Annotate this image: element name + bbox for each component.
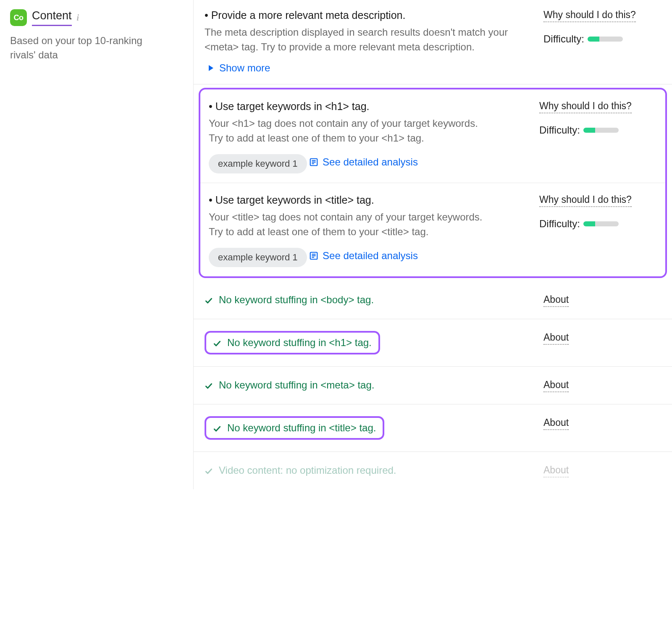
about-link[interactable]: About (543, 465, 569, 478)
about-link[interactable]: About (543, 379, 569, 392)
difficulty-meter (583, 221, 619, 226)
see-detailed-analysis-link[interactable]: See detailed analysis (309, 250, 418, 262)
ok-label: No keyword stuffing in <meta> tag. (219, 379, 374, 391)
issue-description: The meta description displayed in search… (205, 25, 533, 55)
difficulty-label: Difficulty: (539, 124, 580, 136)
check-icon (205, 466, 213, 475)
check-icon (213, 424, 221, 432)
show-more-button[interactable]: Show more (209, 62, 270, 74)
issue-row: • Use target keywords in <h1> tag. Your … (200, 89, 665, 183)
section-header: Co Content i (10, 9, 183, 26)
about-link[interactable]: About (543, 332, 569, 345)
chevron-right-icon (209, 65, 213, 71)
ok-row: No keyword stuffing in <title> tag. Abou… (194, 404, 672, 452)
issue-description: Your <title> tag does not contain any of… (209, 210, 529, 239)
ok-title: No keyword stuffing in <body> tag. (205, 294, 374, 306)
section-subtitle: Based on your top 10-ranking rivals' dat… (10, 34, 161, 62)
why-link[interactable]: Why should I do this? (543, 9, 636, 22)
ok-label: No keyword stuffing in <body> tag. (219, 294, 374, 306)
difficulty-meter (588, 37, 623, 42)
why-link[interactable]: Why should I do this? (539, 100, 632, 113)
difficulty-label: Difficulty: (539, 218, 580, 230)
issue-title: • Use target keywords in <h1> tag. (209, 99, 529, 114)
check-icon (213, 339, 221, 347)
ok-label: Video content: no optimization required. (219, 465, 396, 476)
analysis-icon (309, 251, 318, 260)
difficulty-row: Difficulty: (543, 33, 661, 45)
ok-label: No keyword stuffing in <h1> tag. (227, 337, 372, 349)
content-badge-icon: Co (10, 9, 27, 26)
check-icon (205, 296, 213, 304)
see-detailed-label: See detailed analysis (323, 156, 418, 168)
ok-title: No keyword stuffing in <meta> tag. (205, 379, 374, 391)
ok-title: No keyword stuffing in <h1> tag. (213, 337, 372, 349)
section-title: Content (32, 9, 72, 26)
see-detailed-analysis-link[interactable]: See detailed analysis (309, 156, 418, 168)
highlight-box: • Use target keywords in <h1> tag. Your … (199, 88, 667, 278)
ok-title: Video content: no optimization required. (205, 465, 396, 476)
difficulty-meter (583, 128, 619, 133)
about-link[interactable]: About (543, 417, 569, 430)
sidebar: Co Content i Based on your top 10-rankin… (0, 0, 193, 71)
about-link[interactable]: About (543, 294, 569, 307)
keyword-chip[interactable]: example keyword 1 (209, 154, 307, 173)
difficulty-row: Difficulty: (539, 124, 657, 136)
difficulty-row: Difficulty: (539, 218, 657, 230)
issue-description: Your <h1> tag does not contain any of yo… (209, 116, 529, 146)
issue-title: • Use target keywords in <title> tag. (209, 192, 529, 207)
ok-label: No keyword stuffing in <title> tag. (227, 422, 376, 434)
issue-title: • Provide a more relevant meta descripti… (205, 8, 533, 23)
see-detailed-label: See detailed analysis (323, 250, 418, 262)
ok-row: No keyword stuffing in <h1> tag. About (194, 319, 672, 367)
issue-row: • Use target keywords in <title> tag. Yo… (200, 183, 665, 276)
info-icon[interactable]: i (77, 13, 79, 23)
keyword-chip[interactable]: example keyword 1 (209, 248, 307, 267)
ok-row: No keyword stuffing in <meta> tag. About (194, 367, 672, 404)
ok-title: No keyword stuffing in <title> tag. (213, 422, 376, 434)
difficulty-label: Difficulty: (543, 33, 584, 45)
issue-row: • Provide a more relevant meta descripti… (194, 0, 672, 84)
why-link[interactable]: Why should I do this? (539, 194, 632, 207)
ok-row: No keyword stuffing in <body> tag. About (194, 281, 672, 319)
show-more-label: Show more (219, 62, 270, 74)
main-content: • Provide a more relevant meta descripti… (193, 0, 672, 489)
analysis-icon (309, 157, 318, 167)
ok-row: Video content: no optimization required.… (194, 452, 672, 489)
check-icon (205, 381, 213, 389)
